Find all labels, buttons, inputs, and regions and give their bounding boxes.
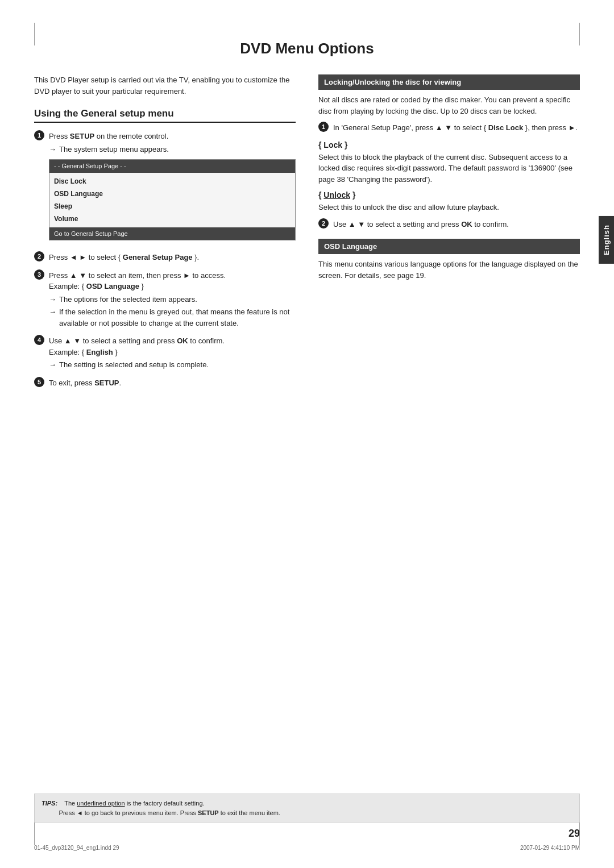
- step-5-num: 5: [34, 376, 45, 387]
- step-4: 4 Use ▲ ▼ to select a setting and press …: [34, 335, 296, 371]
- osd-language-text: This menu contains various language opti…: [318, 259, 580, 281]
- two-col-layout: This DVD Player setup is carried out via…: [34, 74, 580, 395]
- disc-lock-intro: Not all discs are rated or coded by the …: [318, 94, 580, 117]
- top-border-right: [579, 23, 580, 45]
- tips-label: TIPS:: [42, 800, 57, 807]
- page-title: DVD Menu Options: [34, 34, 580, 57]
- tips-line1: The underlined option is the factory def…: [64, 800, 204, 807]
- step-2: 2 Press ◄ ► to select { General Setup Pa…: [34, 252, 296, 263]
- intro-text: This DVD Player setup is carried out via…: [34, 74, 296, 97]
- menu-item-osd-language: OSD Language: [54, 188, 291, 200]
- lock-heading: { Lock }: [318, 140, 580, 149]
- step-2-content: Press ◄ ► to select { General Setup Page…: [49, 252, 296, 263]
- unlock-text: Select this to unlock the disc and allow…: [318, 202, 580, 213]
- menu-item-disc-lock: Disc Lock: [54, 175, 291, 188]
- page-wrapper: English DVD Menu Options This DVD Player…: [0, 0, 614, 868]
- step-2-num: 2: [34, 251, 45, 261]
- step-3-num: 3: [34, 269, 45, 280]
- bottom-border-right: [579, 823, 580, 845]
- top-border-left: [34, 23, 35, 45]
- disc-lock-step-1-num: 1: [318, 121, 330, 132]
- tips-bar: TIPS: The underlined option is the facto…: [34, 794, 580, 823]
- disc-lock-step-1-content: In 'General Setup Page', press ▲ ▼ to se…: [333, 122, 580, 134]
- menu-box-title: - - General Setup Page - -: [49, 160, 295, 173]
- page-number: 29: [569, 828, 580, 840]
- lock-text: Select this to block the playback of the…: [318, 152, 580, 185]
- disc-lock-step-2-content: Use ▲ ▼ to select a setting and press OK…: [333, 219, 580, 230]
- menu-box: - - General Setup Page - - Disc Lock OSD…: [49, 159, 296, 240]
- bottom-border-left: [34, 823, 35, 845]
- english-tab: English: [599, 216, 614, 264]
- menu-item-sleep: Sleep: [54, 200, 291, 213]
- section-heading: Using the General setup menu: [34, 108, 296, 123]
- disc-lock-heading: Locking/Unlocking the disc for viewing: [318, 74, 580, 90]
- tips-line2: Press ◄ to go back to previous menu item…: [59, 809, 280, 816]
- step-1-num: 1: [34, 130, 45, 140]
- step-3: 3 Press ▲ ▼ to select an item, then pres…: [34, 270, 296, 329]
- step-4-content: Use ▲ ▼ to select a setting and press OK…: [49, 335, 296, 371]
- menu-box-body: Disc Lock OSD Language Sleep Volume: [49, 173, 295, 227]
- menu-item-volume: Volume: [54, 213, 291, 225]
- col-right: Locking/Unlocking the disc for viewing N…: [318, 74, 580, 395]
- disc-lock-step-2-num: 2: [318, 218, 330, 229]
- unlock-heading: { Unlock }: [318, 190, 580, 200]
- footer-right: 2007-01-29 4:41:10 PM: [520, 845, 580, 851]
- menu-box-footer: Go to General Setup Page: [49, 227, 295, 240]
- step-5: 5 To exit, press SETUP.: [34, 377, 296, 389]
- step-1-content: Press SETUP on the remote control. → The…: [49, 131, 296, 245]
- osd-language-heading: OSD Language: [318, 239, 580, 254]
- step-5-content: To exit, press SETUP.: [49, 377, 296, 389]
- col-left: This DVD Player setup is carried out via…: [34, 74, 296, 395]
- step-3-content: Press ▲ ▼ to select an item, then press …: [49, 270, 296, 329]
- footer-left: 01-45_dvp3120_94_eng1.indd 29: [34, 845, 119, 851]
- disc-lock-step-2: 2 Use ▲ ▼ to select a setting and press …: [318, 219, 580, 230]
- step-4-num: 4: [34, 334, 45, 345]
- disc-lock-step-1: 1 In 'General Setup Page', press ▲ ▼ to …: [318, 122, 580, 134]
- step-1: 1 Press SETUP on the remote control. → T…: [34, 131, 296, 245]
